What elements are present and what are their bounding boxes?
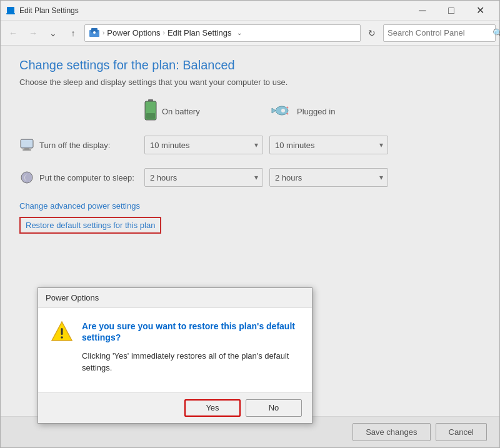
dialog-no-button[interactable]: No	[246, 399, 302, 417]
dialog-footer: Yes No	[38, 392, 312, 423]
warning-icon	[51, 321, 73, 343]
breadcrumb-separator-1: ›	[102, 29, 104, 36]
dialog-text-area: Are you sure you want to restore this pl…	[82, 321, 299, 374]
breadcrumb-dropdown-icon[interactable]: ⌄	[237, 29, 242, 36]
search-box: 🔍	[383, 24, 496, 42]
svg-rect-19	[61, 328, 63, 335]
dialog-body: Are you sure you want to restore this pl…	[38, 308, 312, 392]
title-bar: Edit Plan Settings ─ □ ✕	[1, 1, 499, 21]
forward-button[interactable]: →	[24, 24, 42, 42]
dialog-description: Clicking 'Yes' immediately restores all …	[82, 351, 299, 373]
breadcrumb-current: Edit Plan Settings	[168, 28, 232, 37]
dialog: Power Options Are you sure you want to r…	[38, 287, 312, 424]
svg-point-4	[93, 31, 96, 34]
back-button[interactable]: ←	[4, 24, 22, 42]
breadcrumb-bar: › Power Options › Edit Plan Settings ⌄	[84, 24, 361, 42]
breadcrumb-separator-2: ›	[163, 29, 165, 36]
window-icon	[6, 6, 16, 16]
svg-rect-0	[7, 7, 14, 13]
breadcrumb-power-options[interactable]: Power Options	[107, 28, 160, 37]
breadcrumb-home-icon	[89, 27, 100, 39]
refresh-button[interactable]: ↻	[363, 24, 381, 42]
window-controls: ─ □ ✕	[408, 1, 494, 21]
window-title: Edit Plan Settings	[19, 6, 408, 15]
minimize-button[interactable]: ─	[408, 1, 437, 21]
dialog-yes-button[interactable]: Yes	[184, 399, 241, 417]
dialog-titlebar: Power Options	[38, 288, 312, 308]
up-button[interactable]: ↑	[64, 24, 82, 42]
search-input[interactable]	[388, 28, 492, 37]
close-button[interactable]: ✕	[466, 1, 494, 21]
search-icon: 🔍	[492, 28, 500, 38]
svg-rect-1	[6, 13, 15, 14]
svg-point-20	[61, 336, 63, 339]
address-bar: ← → ⌄ ↑ › Power Options › Edit Plan Sett…	[1, 21, 499, 46]
maximize-button[interactable]: □	[437, 1, 466, 21]
recent-locations-button[interactable]: ⌄	[44, 24, 62, 42]
dialog-content: Are you sure you want to restore this pl…	[51, 321, 299, 374]
dialog-question: Are you sure you want to restore this pl…	[82, 321, 299, 343]
